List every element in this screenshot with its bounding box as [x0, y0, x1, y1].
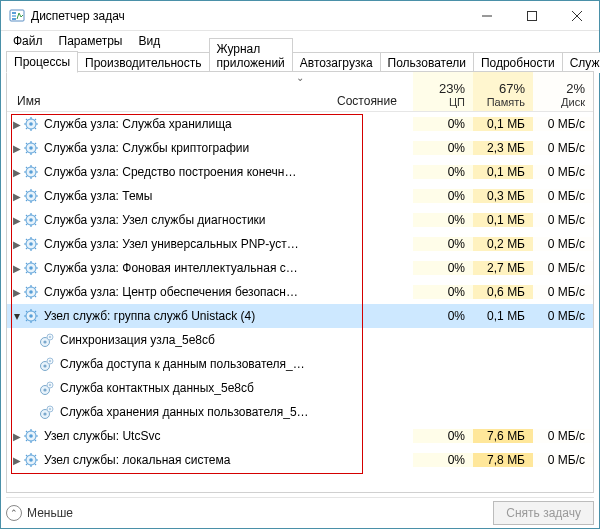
- process-row[interactable]: ▶Служба узла: Узел службы диагностики0%0…: [7, 208, 593, 232]
- process-disk: 0 МБ/с: [533, 213, 593, 227]
- process-row[interactable]: Служба хранения данных пользователя_5…: [7, 400, 593, 424]
- process-row[interactable]: ▶Узел службы: UtcSvc0%7,6 МБ0 МБ/с: [7, 424, 593, 448]
- chevron-up-icon: ⌃: [6, 505, 22, 521]
- process-mem: 0,6 МБ: [473, 285, 533, 299]
- expand-toggle-icon[interactable]: ▶: [7, 287, 21, 298]
- expand-toggle-icon[interactable]: ▶: [7, 431, 21, 442]
- tab-processes[interactable]: Процессы: [6, 51, 78, 73]
- service-item-icon: [39, 380, 55, 396]
- svg-rect-1: [12, 12, 16, 14]
- column-headers: Имя ⌄ Состояние 23% ЦП 67% Память 2% Дис…: [7, 72, 593, 112]
- process-cpu: 0%: [413, 453, 473, 467]
- svg-line-74: [26, 263, 27, 264]
- process-mem: 2,3 МБ: [473, 141, 533, 155]
- process-name: Узел службы: UtcSvc: [44, 429, 333, 443]
- close-button[interactable]: [554, 2, 599, 30]
- fewer-details-button[interactable]: ⌃ Меньше: [6, 505, 73, 521]
- process-row[interactable]: Синхронизация узла_5e8cб: [7, 328, 593, 352]
- svg-line-76: [26, 272, 27, 273]
- svg-line-87: [35, 287, 36, 288]
- process-cpu: 0%: [413, 213, 473, 227]
- process-row[interactable]: ▶Служба узла: Средство построения конечн…: [7, 160, 593, 184]
- end-task-button[interactable]: Снять задачу: [493, 501, 594, 525]
- process-row[interactable]: Служба контактных данных_5e8cб: [7, 376, 593, 400]
- process-row[interactable]: ▶Служба узла: Служба хранилища0%0,1 МБ0 …: [7, 112, 593, 136]
- expand-toggle-icon[interactable]: ▶: [7, 215, 21, 226]
- service-host-icon: [23, 452, 39, 468]
- tab-details[interactable]: Подробности: [473, 52, 563, 73]
- svg-line-36: [26, 176, 27, 177]
- process-name: Служба узла: Фоновая интеллектуальная с…: [44, 261, 333, 275]
- svg-line-84: [26, 287, 27, 288]
- minimize-button[interactable]: [464, 2, 509, 30]
- svg-line-120: [26, 431, 27, 432]
- tab-apphistory[interactable]: Журнал приложений: [209, 38, 293, 73]
- svg-line-44: [26, 191, 27, 192]
- col-cpu[interactable]: 23% ЦП: [413, 72, 473, 111]
- menu-view[interactable]: Вид: [130, 32, 168, 50]
- svg-line-123: [35, 431, 36, 432]
- process-cpu: 0%: [413, 117, 473, 131]
- service-item-icon: [39, 404, 55, 420]
- expand-toggle-icon[interactable]: ▶: [7, 263, 21, 274]
- col-disk[interactable]: 2% Диск: [533, 72, 593, 111]
- svg-line-56: [26, 224, 27, 225]
- service-host-icon: [23, 140, 39, 156]
- svg-point-111: [43, 412, 46, 415]
- process-mem: 0,1 МБ: [473, 309, 533, 323]
- service-host-icon: [23, 164, 39, 180]
- disk-label: Диск: [561, 96, 585, 108]
- expand-toggle-icon[interactable]: ▶: [7, 167, 21, 178]
- svg-line-132: [26, 464, 27, 465]
- service-host-icon: [23, 212, 39, 228]
- tab-users[interactable]: Пользователи: [380, 52, 474, 73]
- svg-line-35: [35, 176, 36, 177]
- expand-toggle-icon[interactable]: ▶: [7, 143, 21, 154]
- tab-startup[interactable]: Автозагрузка: [292, 52, 381, 73]
- expand-toggle-icon[interactable]: ▶: [7, 239, 21, 250]
- maximize-button[interactable]: [509, 2, 554, 30]
- svg-rect-3: [12, 18, 16, 20]
- process-row[interactable]: Служба доступа к данным пользователя_…: [7, 352, 593, 376]
- process-row[interactable]: ▶Служба узла: Фоновая интеллектуальная с…: [7, 256, 593, 280]
- svg-line-64: [26, 239, 27, 240]
- process-row[interactable]: ▶Служба узла: Центр обеспечения безопасн…: [7, 280, 593, 304]
- col-state[interactable]: Состояние: [337, 94, 397, 108]
- expand-toggle-icon[interactable]: ▶: [7, 455, 21, 466]
- process-row[interactable]: ▾Узел служб: группа служб Unistack (4)0%…: [7, 304, 593, 328]
- svg-point-103: [43, 364, 46, 367]
- tab-performance[interactable]: Производительность: [77, 52, 209, 73]
- svg-point-99: [43, 340, 46, 343]
- disk-usage-percent: 2%: [566, 81, 585, 96]
- process-row[interactable]: ▶Служба узла: Узел универсальных PNP-уст…: [7, 232, 593, 256]
- svg-line-24: [26, 143, 27, 144]
- process-cpu: 0%: [413, 141, 473, 155]
- menu-options[interactable]: Параметры: [51, 32, 131, 50]
- svg-line-65: [35, 248, 36, 249]
- process-disk: 0 МБ/с: [533, 189, 593, 203]
- process-mem: 7,8 МБ: [473, 453, 533, 467]
- process-disk: 0 МБ/с: [533, 165, 593, 179]
- svg-line-17: [35, 119, 36, 120]
- process-disk: 0 МБ/с: [533, 429, 593, 443]
- process-row[interactable]: ▶Служба узла: Службы криптографии0%2,3 М…: [7, 136, 593, 160]
- process-name: Служба узла: Узел службы диагностики: [44, 213, 333, 227]
- process-list[interactable]: ▶Служба узла: Служба хранилища0%0,1 МБ0 …: [7, 112, 593, 492]
- tab-services[interactable]: Службы: [562, 52, 600, 73]
- svg-point-101: [49, 336, 51, 338]
- svg-line-130: [26, 455, 27, 456]
- process-row[interactable]: ▶Узел службы: локальная система0%7,8 МБ0…: [7, 448, 593, 472]
- expand-toggle-icon[interactable]: ▾: [7, 309, 21, 323]
- service-host-icon: [23, 116, 39, 132]
- process-row[interactable]: ▶Служба узла: Темы0%0,3 МБ0 МБ/с: [7, 184, 593, 208]
- expand-toggle-icon[interactable]: ▶: [7, 119, 21, 130]
- svg-line-54: [26, 215, 27, 216]
- service-host-icon: [23, 236, 39, 252]
- svg-line-122: [26, 440, 27, 441]
- expand-toggle-icon[interactable]: ▶: [7, 191, 21, 202]
- col-memory[interactable]: 67% Память: [473, 72, 533, 111]
- menu-file[interactable]: Файл: [5, 32, 51, 50]
- svg-line-26: [26, 152, 27, 153]
- process-disk: 0 МБ/с: [533, 237, 593, 251]
- process-mem: 0,3 МБ: [473, 189, 533, 203]
